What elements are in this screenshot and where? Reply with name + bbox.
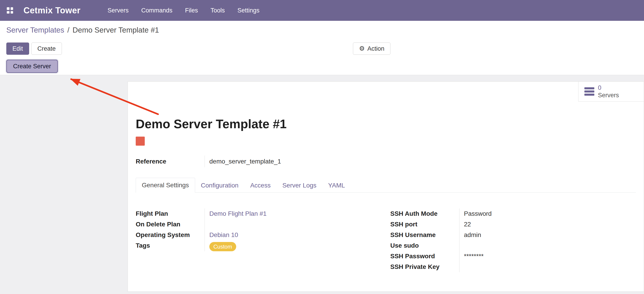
form-sheet: 0 Servers Demo Server Template #1 Refere… [128, 81, 644, 292]
servers-stat-button[interactable]: 0 Servers [578, 82, 644, 101]
control-panel: Server Templates / Demo Server Template … [0, 21, 644, 75]
field-row-ssh-port: SSH port 22 [390, 219, 636, 230]
field-row-use-sudo: Use sudo [390, 240, 636, 251]
menu-item-servers[interactable]: Servers [108, 7, 128, 14]
field-row-ssh-auth-mode: SSH Auth Mode Password [390, 209, 636, 219]
field-label-ssh-password: SSH Password [390, 251, 459, 262]
menu-item-settings[interactable]: Settings [237, 7, 260, 14]
app-brand[interactable]: Cetmix Tower [24, 6, 80, 15]
stat-label: Servers [598, 92, 619, 99]
field-value-ssh-port: 22 [459, 219, 636, 230]
field-value-flight-plan: Demo Flight Plan #1 [204, 209, 382, 219]
field-group-left: Flight Plan Demo Flight Plan #1 On Delet… [136, 209, 382, 272]
menu-item-commands[interactable]: Commands [141, 7, 172, 14]
field-row-on-delete-plan: On Delete Plan [136, 219, 382, 230]
apps-grid-dot [7, 11, 10, 14]
field-row-ssh-private-key: SSH Private Key [390, 262, 636, 272]
main-menu: Servers Commands Files Tools Settings [108, 7, 260, 14]
flight-plan-link[interactable]: Demo Flight Plan #1 [209, 210, 267, 217]
menu-item-files[interactable]: Files [185, 7, 198, 14]
field-value-operating-system: Debian 10 [204, 230, 382, 240]
action-menu-button[interactable]: ⚙ Action [353, 43, 390, 55]
field-value-tags: Custom [204, 240, 382, 251]
edit-button[interactable]: Edit [6, 43, 29, 55]
tag-badge-custom: Custom [209, 242, 236, 251]
tab-server-logs[interactable]: Server Logs [276, 178, 322, 193]
reference-row: Reference demo_server_template_1 [136, 156, 636, 167]
breadcrumb-separator: / [67, 26, 69, 34]
field-label-use-sudo: Use sudo [390, 240, 459, 251]
apps-grid-icon[interactable] [7, 7, 13, 14]
field-label-tags: Tags [136, 240, 204, 251]
color-swatch[interactable] [136, 136, 145, 146]
apps-grid-dot [7, 7, 10, 10]
operating-system-link[interactable]: Debian 10 [209, 231, 238, 238]
top-navbar: Cetmix Tower Servers Commands Files Tool… [0, 0, 644, 21]
field-value-use-sudo [459, 240, 636, 251]
record-title: Demo Server Template #1 [136, 117, 636, 131]
menu-item-tools[interactable]: Tools [210, 7, 225, 14]
tab-yaml[interactable]: YAML [322, 178, 351, 193]
field-value-ssh-password: ******** [459, 251, 636, 262]
field-label-flight-plan: Flight Plan [136, 209, 204, 219]
tab-access[interactable]: Access [244, 178, 276, 193]
field-row-tags: Tags Custom [136, 240, 382, 251]
gear-icon: ⚙ [359, 46, 365, 52]
field-row-ssh-password: SSH Password ******** [390, 251, 636, 262]
control-panel-buttons: Edit Create [6, 43, 62, 55]
field-row-flight-plan: Flight Plan Demo Flight Plan #1 [136, 209, 382, 219]
field-row-operating-system: Operating System Debian 10 [136, 230, 382, 240]
field-label-ssh-private-key: SSH Private Key [390, 262, 459, 272]
create-button[interactable]: Create [32, 43, 62, 55]
server-stack-icon [584, 87, 594, 96]
field-label-ssh-auth-mode: SSH Auth Mode [390, 209, 459, 219]
notebook-tabs: General Settings Configuration Access Se… [136, 178, 636, 193]
field-label-ssh-username: SSH Username [390, 230, 459, 240]
tab-configuration[interactable]: Configuration [195, 178, 244, 193]
tab-general-settings[interactable]: General Settings [136, 178, 195, 193]
reference-value: demo_server_template_1 [204, 156, 281, 167]
field-label-operating-system: Operating System [136, 230, 204, 240]
breadcrumb-current: Demo Server Template #1 [72, 26, 159, 34]
breadcrumb: Server Templates / Demo Server Template … [6, 26, 159, 34]
field-label-ssh-port: SSH port [390, 219, 459, 230]
breadcrumb-parent-link[interactable]: Server Templates [6, 26, 64, 34]
field-label-on-delete-plan: On Delete Plan [136, 219, 204, 230]
field-value-ssh-auth-mode: Password [459, 209, 636, 219]
field-columns: Flight Plan Demo Flight Plan #1 On Delet… [136, 209, 636, 272]
action-menu-label: Action [368, 45, 384, 52]
field-row-ssh-username: SSH Username admin [390, 230, 636, 240]
apps-grid-dot [10, 7, 13, 10]
field-group-right: SSH Auth Mode Password SSH port 22 SSH U… [390, 209, 636, 272]
field-value-ssh-username: admin [459, 230, 636, 240]
stat-value: 0 [598, 84, 619, 91]
reference-label: Reference [136, 156, 204, 167]
create-server-button[interactable]: Create Server [6, 60, 58, 73]
field-value-on-delete-plan [204, 219, 382, 230]
stat-text: 0 Servers [598, 84, 619, 99]
apps-grid-dot [10, 11, 13, 14]
field-value-ssh-private-key [459, 262, 636, 272]
